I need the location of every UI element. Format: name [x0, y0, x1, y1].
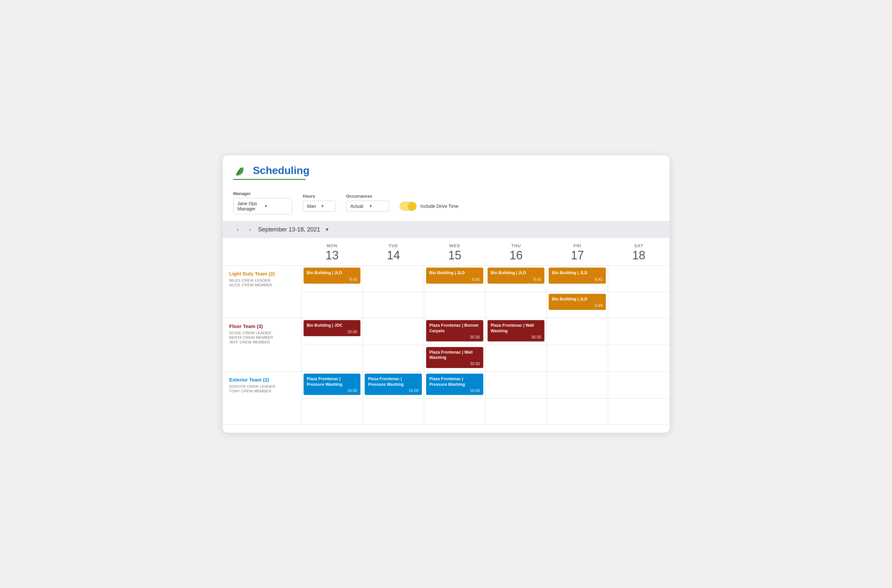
calendar-cell	[608, 292, 669, 318]
team-member: ALICE CREW MEMBER	[229, 283, 295, 287]
team-name: Floor Team (3)	[229, 323, 295, 329]
team-info-exterior: Exterior Team (2)DOROTA CREW LEADERTONY …	[223, 372, 302, 425]
prev-week-button[interactable]: ‹	[233, 225, 242, 234]
event-hours: 8.42	[491, 277, 542, 282]
calendar-cell	[302, 399, 363, 425]
event-card[interactable]: Plaza Frontenac | Pressure Washing16.00	[304, 374, 361, 395]
day-name: THU	[488, 243, 545, 248]
event-card[interactable]: Bio Building | JLD8.42	[304, 268, 361, 284]
day-header-fri: FRI 17	[547, 238, 608, 266]
event-title: Bio Building | JLD	[491, 270, 542, 276]
calendar-cell	[547, 345, 608, 372]
team-name: Light Duty Team (2)	[229, 271, 295, 276]
manager-chevron-icon: ▼	[264, 204, 288, 208]
event-card[interactable]: Bio Building | JLD8.42	[549, 268, 606, 284]
calendar-cell: Plaza Frontenac | Pressure Washing16.00	[302, 372, 363, 399]
date-range-label: September 13-18, 2021	[258, 226, 320, 233]
event-title: Plaza Frontenac | Bonnet Carpets	[429, 323, 480, 333]
calendar-grid: MON 13 TUE 14 WED 15 THU 16 FRI 17 SAT 1…	[223, 238, 669, 425]
event-hours: 8.42	[307, 277, 358, 282]
manager-select[interactable]: Jane Ops Manager ▼	[233, 198, 292, 214]
event-card[interactable]: Plaza Frontenac | Pressure Washing16.00	[426, 374, 483, 395]
day-name: FRI	[549, 243, 606, 248]
day-header-wed: WED 15	[424, 238, 486, 266]
team-member: ROSIE CREW LEADER	[229, 331, 295, 335]
event-title: Bio Building | JLD	[552, 270, 603, 276]
hours-filter-group: Hours Man ▼	[303, 194, 336, 212]
event-title: Bio Building | JDC	[307, 323, 358, 328]
event-hours: 16.00	[429, 388, 480, 393]
calendar-cell: Plaza Frontenac | Wall Washing30.50	[486, 318, 547, 345]
day-number: 15	[427, 249, 483, 261]
occurrances-label: Occurrances	[346, 194, 389, 199]
event-title: Plaza Frontenac | Wall Washing	[491, 323, 542, 333]
event-hours: 30.50	[429, 335, 480, 339]
event-card[interactable]: Bio Building | JLD8.42	[487, 268, 545, 284]
calendar-cell	[547, 372, 608, 399]
event-card[interactable]: Plaza Frontenac | Wall Washing30.50	[426, 347, 483, 368]
occurrances-select[interactable]: Actual ▼	[346, 201, 389, 212]
calendar-cell	[608, 345, 669, 372]
drive-time-label: Include Drive Time	[421, 204, 459, 209]
calendar-cell: Bio Building | JLD8.42	[486, 266, 547, 292]
day-name: TUE	[366, 243, 421, 248]
calendar-cell	[608, 399, 669, 425]
calendar-cell	[424, 292, 486, 318]
event-title: Plaza Frontenac | Pressure Washing	[307, 376, 358, 387]
event-card[interactable]: Plaza Frontenac | Wall Washing30.50	[487, 320, 545, 342]
hours-select[interactable]: Man ▼	[303, 201, 336, 212]
event-card[interactable]: Bio Building | JLD8.42	[426, 268, 483, 284]
calendar-cell: Plaza Frontenac | Wall Washing30.50	[424, 345, 486, 372]
calendar-cell	[486, 292, 547, 318]
calendar-cell	[547, 399, 608, 425]
occurrances-value: Actual	[350, 204, 366, 209]
event-card[interactable]: Plaza Frontenac | Bonnet Carpets30.50	[426, 320, 483, 342]
calendar-cell	[486, 345, 547, 372]
calendar-cell	[486, 399, 547, 425]
day-number: 13	[304, 249, 360, 261]
day-header-thu: THU 16	[486, 238, 547, 266]
event-card[interactable]: Bio Building | JDC20.00	[304, 320, 361, 336]
calendar-cell: Plaza Frontenac | Bonnet Carpets30.50	[424, 318, 486, 345]
drive-time-toggle[interactable]	[400, 202, 417, 211]
team-member: TONY CREW MEMBER	[229, 389, 295, 393]
day-name: WED	[427, 243, 483, 248]
day-header-tue: TUE 14	[363, 238, 424, 266]
calendar-cell: Bio Building | JLD5.89	[547, 292, 608, 318]
event-card[interactable]: Bio Building | JLD5.89	[549, 294, 606, 310]
date-range-chevron-icon[interactable]: ▼	[325, 227, 329, 232]
calendar-cell	[363, 266, 424, 292]
event-hours: 30.50	[491, 335, 542, 339]
team-info-floor: Floor Team (3)ROSIE CREW LEADERBERTA CRE…	[223, 318, 302, 372]
event-hours: 16.00	[368, 388, 418, 393]
hours-label: Hours	[303, 194, 336, 199]
hours-chevron-icon: ▼	[320, 204, 331, 208]
day-header-mon: MON 13	[302, 238, 363, 266]
hours-value: Man	[307, 204, 318, 209]
event-title: Plaza Frontenac | Wall Washing	[429, 350, 480, 360]
team-member: JEFF CREW MEMBER	[229, 340, 295, 344]
event-hours: 20.00	[307, 330, 358, 334]
calendar-cell	[302, 345, 363, 372]
team-member: NILES CREW LEADER	[229, 278, 295, 282]
event-hours: 5.89	[552, 303, 603, 308]
manager-label: Manager	[233, 191, 292, 196]
app-container: Scheduling Manager Jane Ops Manager ▼ Ho…	[223, 155, 669, 433]
date-nav-bar: ‹ › September 13-18, 2021 ▼	[223, 221, 669, 238]
event-card[interactable]: Plaza Frontenac | Pressure Washing16.00	[365, 374, 422, 395]
manager-value: Jane Ops Manager	[238, 201, 262, 212]
calendar-wrapper: MON 13 TUE 14 WED 15 THU 16 FRI 17 SAT 1…	[223, 238, 669, 433]
filters-bar: Manager Jane Ops Manager ▼ Hours Man ▼ O…	[223, 186, 669, 221]
day-number: 14	[366, 249, 421, 261]
team-info-light-duty: Light Duty Team (2)NILES CREW LEADERALIC…	[223, 266, 302, 318]
next-week-button[interactable]: ›	[246, 225, 255, 234]
occurrances-chevron-icon: ▼	[369, 204, 385, 208]
calendar-cell	[486, 372, 547, 399]
calendar-cell	[363, 399, 424, 425]
calendar-cell	[302, 292, 363, 318]
event-title: Bio Building | JLD	[307, 270, 358, 276]
event-title: Bio Building | JLD	[429, 270, 480, 276]
calendar-cell: Bio Building | JDC20.00	[302, 318, 363, 345]
event-title: Plaza Frontenac | Pressure Washing	[429, 376, 480, 387]
team-name: Exterior Team (2)	[229, 377, 295, 382]
